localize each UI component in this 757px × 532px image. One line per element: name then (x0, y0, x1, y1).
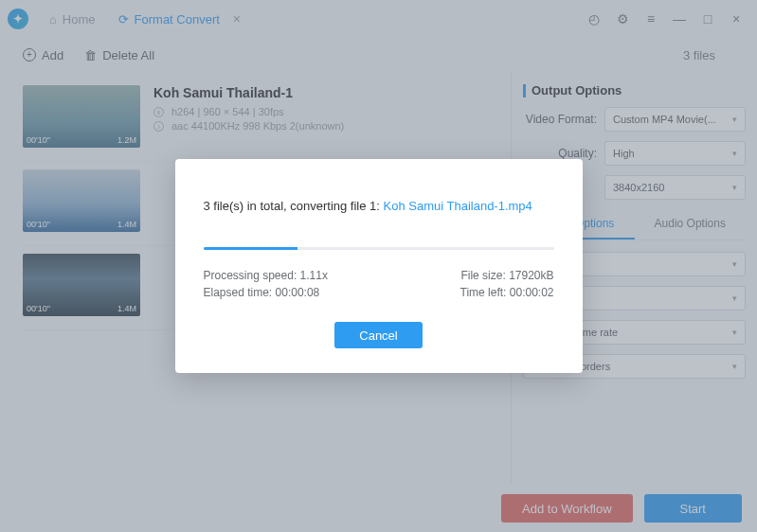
timeleft-stat: Time left: 00:00:02 (460, 286, 554, 299)
progress-fill (204, 247, 298, 250)
speed-stat: Processing speed: 1.11x (204, 269, 328, 282)
elapsed-stat: Elapsed time: 00:00:08 (204, 286, 320, 299)
progress-dialog: 3 file(s) in total, converting file 1: K… (175, 159, 583, 373)
filesize-stat: File size: 17920kB (460, 269, 553, 282)
modal-overlay: 3 file(s) in total, converting file 1: K… (0, 0, 757, 532)
progress-bar (204, 247, 554, 250)
current-file-link[interactable]: Koh Samui Thailand-1.mp4 (384, 199, 532, 213)
progress-message: 3 file(s) in total, converting file 1: K… (204, 199, 554, 213)
cancel-button[interactable]: Cancel (334, 322, 422, 348)
